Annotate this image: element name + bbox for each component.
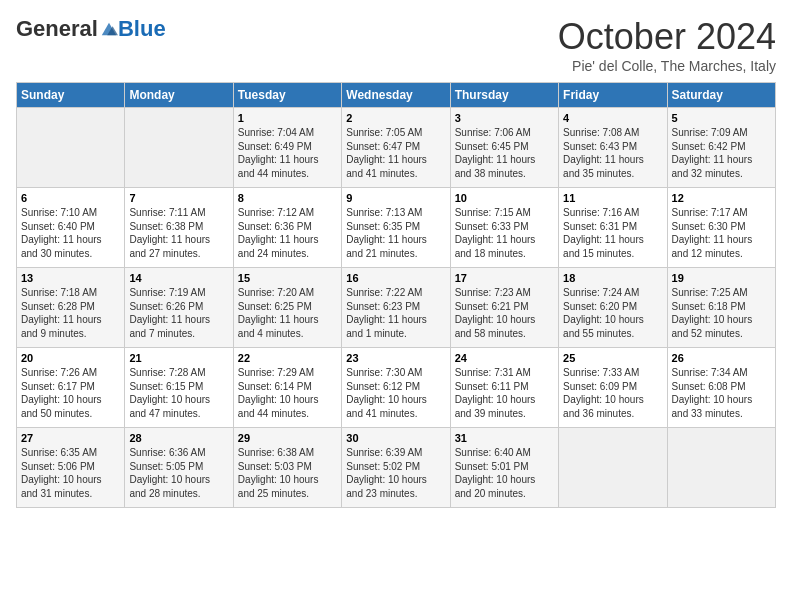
day-details: Sunrise: 7:04 AM Sunset: 6:49 PM Dayligh… (238, 127, 319, 179)
day-cell: 3Sunrise: 7:06 AM Sunset: 6:45 PM Daylig… (450, 108, 558, 188)
day-cell: 26Sunrise: 7:34 AM Sunset: 6:08 PM Dayli… (667, 348, 775, 428)
day-cell: 7Sunrise: 7:11 AM Sunset: 6:38 PM Daylig… (125, 188, 233, 268)
day-number: 6 (21, 192, 120, 204)
day-cell: 13Sunrise: 7:18 AM Sunset: 6:28 PM Dayli… (17, 268, 125, 348)
day-number: 27 (21, 432, 120, 444)
day-cell: 12Sunrise: 7:17 AM Sunset: 6:30 PM Dayli… (667, 188, 775, 268)
day-number: 22 (238, 352, 337, 364)
day-details: Sunrise: 7:06 AM Sunset: 6:45 PM Dayligh… (455, 127, 536, 179)
day-cell: 20Sunrise: 7:26 AM Sunset: 6:17 PM Dayli… (17, 348, 125, 428)
day-number: 12 (672, 192, 771, 204)
day-cell: 22Sunrise: 7:29 AM Sunset: 6:14 PM Dayli… (233, 348, 341, 428)
day-number: 10 (455, 192, 554, 204)
day-cell: 27Sunrise: 6:35 AM Sunset: 5:06 PM Dayli… (17, 428, 125, 508)
month-title: October 2024 (558, 16, 776, 58)
day-details: Sunrise: 7:12 AM Sunset: 6:36 PM Dayligh… (238, 207, 319, 259)
day-details: Sunrise: 6:39 AM Sunset: 5:02 PM Dayligh… (346, 447, 427, 499)
day-details: Sunrise: 7:28 AM Sunset: 6:15 PM Dayligh… (129, 367, 210, 419)
day-number: 17 (455, 272, 554, 284)
day-header-tuesday: Tuesday (233, 83, 341, 108)
day-number: 31 (455, 432, 554, 444)
day-cell: 30Sunrise: 6:39 AM Sunset: 5:02 PM Dayli… (342, 428, 450, 508)
day-header-wednesday: Wednesday (342, 83, 450, 108)
week-row-5: 27Sunrise: 6:35 AM Sunset: 5:06 PM Dayli… (17, 428, 776, 508)
day-header-saturday: Saturday (667, 83, 775, 108)
day-number: 21 (129, 352, 228, 364)
logo-general-text: General (16, 16, 98, 42)
day-details: Sunrise: 7:26 AM Sunset: 6:17 PM Dayligh… (21, 367, 102, 419)
day-cell (125, 108, 233, 188)
day-cell: 31Sunrise: 6:40 AM Sunset: 5:01 PM Dayli… (450, 428, 558, 508)
logo-icon (100, 20, 118, 38)
day-details: Sunrise: 7:22 AM Sunset: 6:23 PM Dayligh… (346, 287, 427, 339)
day-details: Sunrise: 6:40 AM Sunset: 5:01 PM Dayligh… (455, 447, 536, 499)
day-details: Sunrise: 7:15 AM Sunset: 6:33 PM Dayligh… (455, 207, 536, 259)
day-header-sunday: Sunday (17, 83, 125, 108)
day-details: Sunrise: 7:16 AM Sunset: 6:31 PM Dayligh… (563, 207, 644, 259)
day-number: 13 (21, 272, 120, 284)
day-details: Sunrise: 6:38 AM Sunset: 5:03 PM Dayligh… (238, 447, 319, 499)
day-cell: 25Sunrise: 7:33 AM Sunset: 6:09 PM Dayli… (559, 348, 667, 428)
day-number: 30 (346, 432, 445, 444)
day-details: Sunrise: 7:20 AM Sunset: 6:25 PM Dayligh… (238, 287, 319, 339)
day-details: Sunrise: 7:31 AM Sunset: 6:11 PM Dayligh… (455, 367, 536, 419)
day-number: 16 (346, 272, 445, 284)
day-cell: 29Sunrise: 6:38 AM Sunset: 5:03 PM Dayli… (233, 428, 341, 508)
day-number: 19 (672, 272, 771, 284)
day-cell: 24Sunrise: 7:31 AM Sunset: 6:11 PM Dayli… (450, 348, 558, 428)
day-cell: 2Sunrise: 7:05 AM Sunset: 6:47 PM Daylig… (342, 108, 450, 188)
day-number: 7 (129, 192, 228, 204)
day-cell (17, 108, 125, 188)
week-row-2: 6Sunrise: 7:10 AM Sunset: 6:40 PM Daylig… (17, 188, 776, 268)
day-number: 8 (238, 192, 337, 204)
day-cell: 23Sunrise: 7:30 AM Sunset: 6:12 PM Dayli… (342, 348, 450, 428)
day-number: 11 (563, 192, 662, 204)
day-cell: 5Sunrise: 7:09 AM Sunset: 6:42 PM Daylig… (667, 108, 775, 188)
day-number: 2 (346, 112, 445, 124)
day-number: 15 (238, 272, 337, 284)
day-details: Sunrise: 7:10 AM Sunset: 6:40 PM Dayligh… (21, 207, 102, 259)
logo: General Blue (16, 16, 166, 42)
day-details: Sunrise: 7:24 AM Sunset: 6:20 PM Dayligh… (563, 287, 644, 339)
day-cell: 14Sunrise: 7:19 AM Sunset: 6:26 PM Dayli… (125, 268, 233, 348)
day-details: Sunrise: 7:08 AM Sunset: 6:43 PM Dayligh… (563, 127, 644, 179)
day-number: 4 (563, 112, 662, 124)
day-cell: 28Sunrise: 6:36 AM Sunset: 5:05 PM Dayli… (125, 428, 233, 508)
day-number: 25 (563, 352, 662, 364)
day-cell (667, 428, 775, 508)
day-number: 23 (346, 352, 445, 364)
day-header-monday: Monday (125, 83, 233, 108)
day-number: 26 (672, 352, 771, 364)
day-number: 14 (129, 272, 228, 284)
day-details: Sunrise: 7:34 AM Sunset: 6:08 PM Dayligh… (672, 367, 753, 419)
logo-blue-text: Blue (118, 16, 166, 42)
day-cell: 11Sunrise: 7:16 AM Sunset: 6:31 PM Dayli… (559, 188, 667, 268)
day-number: 1 (238, 112, 337, 124)
day-number: 18 (563, 272, 662, 284)
day-header-friday: Friday (559, 83, 667, 108)
day-details: Sunrise: 7:23 AM Sunset: 6:21 PM Dayligh… (455, 287, 536, 339)
day-cell: 17Sunrise: 7:23 AM Sunset: 6:21 PM Dayli… (450, 268, 558, 348)
page-header: General Blue October 2024 Pie' del Colle… (16, 16, 776, 74)
day-cell (559, 428, 667, 508)
day-header-thursday: Thursday (450, 83, 558, 108)
day-cell: 8Sunrise: 7:12 AM Sunset: 6:36 PM Daylig… (233, 188, 341, 268)
day-details: Sunrise: 7:13 AM Sunset: 6:35 PM Dayligh… (346, 207, 427, 259)
calendar-table: SundayMondayTuesdayWednesdayThursdayFrid… (16, 82, 776, 508)
day-details: Sunrise: 7:17 AM Sunset: 6:30 PM Dayligh… (672, 207, 753, 259)
day-cell: 16Sunrise: 7:22 AM Sunset: 6:23 PM Dayli… (342, 268, 450, 348)
day-number: 5 (672, 112, 771, 124)
day-cell: 19Sunrise: 7:25 AM Sunset: 6:18 PM Dayli… (667, 268, 775, 348)
day-details: Sunrise: 7:05 AM Sunset: 6:47 PM Dayligh… (346, 127, 427, 179)
day-cell: 15Sunrise: 7:20 AM Sunset: 6:25 PM Dayli… (233, 268, 341, 348)
day-details: Sunrise: 7:19 AM Sunset: 6:26 PM Dayligh… (129, 287, 210, 339)
day-details: Sunrise: 7:25 AM Sunset: 6:18 PM Dayligh… (672, 287, 753, 339)
day-number: 29 (238, 432, 337, 444)
day-details: Sunrise: 7:33 AM Sunset: 6:09 PM Dayligh… (563, 367, 644, 419)
week-row-4: 20Sunrise: 7:26 AM Sunset: 6:17 PM Dayli… (17, 348, 776, 428)
day-number: 28 (129, 432, 228, 444)
day-cell: 10Sunrise: 7:15 AM Sunset: 6:33 PM Dayli… (450, 188, 558, 268)
day-details: Sunrise: 7:29 AM Sunset: 6:14 PM Dayligh… (238, 367, 319, 419)
day-cell: 6Sunrise: 7:10 AM Sunset: 6:40 PM Daylig… (17, 188, 125, 268)
location-subtitle: Pie' del Colle, The Marches, Italy (558, 58, 776, 74)
